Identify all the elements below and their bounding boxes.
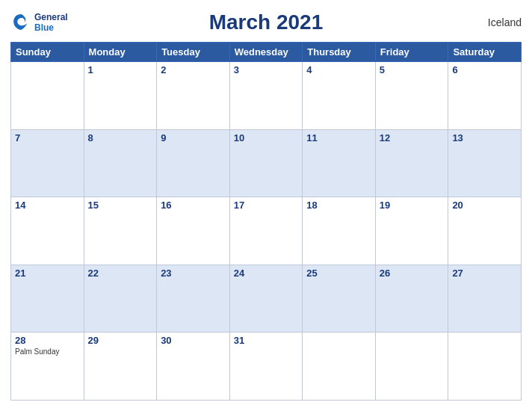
calendar-week-row: 14151617181920 — [11, 197, 522, 265]
calendar-cell: 27 — [448, 265, 522, 333]
calendar-header: General Blue March 2021 Iceland — [10, 7, 522, 37]
header-thursday: Thursday — [303, 43, 376, 62]
day-number: 23 — [161, 268, 226, 279]
header-tuesday: Tuesday — [157, 43, 230, 62]
day-number: 30 — [161, 335, 226, 346]
calendar-cell: 7 — [11, 129, 84, 197]
day-number: 29 — [88, 335, 153, 346]
calendar-cell: 1 — [84, 62, 157, 130]
day-number: 9 — [161, 132, 226, 143]
calendar-cell: 15 — [84, 197, 157, 265]
calendar-cell: 14 — [11, 197, 84, 265]
calendar-week-row: 21222324252627 — [11, 265, 522, 333]
day-number: 16 — [161, 200, 226, 211]
calendar-cell: 5 — [375, 62, 448, 130]
calendar-cell: 28Palm Sunday — [11, 333, 84, 401]
country-label: Iceland — [488, 16, 522, 28]
calendar-cell: 10 — [229, 129, 303, 197]
logo: General Blue — [10, 12, 68, 34]
day-number: 12 — [380, 132, 445, 143]
calendar-cell: 30 — [157, 333, 230, 401]
calendar-cell: 16 — [157, 197, 230, 265]
calendar-cell: 12 — [375, 129, 448, 197]
calendar-cell: 4 — [303, 62, 376, 130]
day-number: 7 — [15, 132, 80, 143]
calendar-cell — [448, 333, 522, 401]
calendar-cell: 22 — [84, 265, 157, 333]
calendar-cell: 20 — [448, 197, 522, 265]
calendar-cell: 6 — [448, 62, 522, 130]
day-number: 17 — [234, 200, 299, 211]
day-number: 18 — [306, 200, 371, 211]
calendar-cell: 17 — [229, 197, 303, 265]
calendar-cell — [303, 333, 376, 401]
day-event: Palm Sunday — [15, 347, 80, 356]
day-number: 1 — [88, 64, 153, 75]
day-number: 6 — [452, 64, 517, 75]
header-friday: Friday — [375, 43, 448, 62]
day-number: 28 — [15, 335, 80, 346]
calendar-title: March 2021 — [209, 10, 324, 34]
calendar-cell: 24 — [229, 265, 303, 333]
calendar-table: Sunday Monday Tuesday Wednesday Thursday… — [10, 42, 522, 401]
calendar-cell: 9 — [157, 129, 230, 197]
logo-icon — [10, 12, 31, 33]
calendar-cell: 25 — [303, 265, 376, 333]
day-number: 21 — [15, 268, 80, 279]
header-monday: Monday — [84, 43, 157, 62]
header-saturday: Saturday — [448, 43, 522, 62]
weekday-header-row: Sunday Monday Tuesday Wednesday Thursday… — [11, 43, 522, 62]
day-number: 20 — [452, 200, 517, 211]
day-number: 15 — [88, 200, 153, 211]
calendar-cell — [11, 62, 84, 130]
day-number: 5 — [380, 64, 445, 75]
day-number: 31 — [234, 335, 299, 346]
day-number: 10 — [234, 132, 299, 143]
calendar-cell: 18 — [303, 197, 376, 265]
day-number: 3 — [234, 64, 299, 75]
calendar-week-row: 28Palm Sunday293031 — [11, 333, 522, 401]
day-number: 2 — [161, 64, 226, 75]
calendar-week-row: 78910111213 — [11, 129, 522, 197]
calendar-cell: 2 — [157, 62, 230, 130]
day-number: 22 — [88, 268, 153, 279]
calendar-cell: 11 — [303, 129, 376, 197]
calendar-cell: 21 — [11, 265, 84, 333]
calendar-cell: 29 — [84, 333, 157, 401]
calendar-cell: 8 — [84, 129, 157, 197]
day-number: 26 — [380, 268, 445, 279]
calendar-cell — [375, 333, 448, 401]
calendar-cell: 26 — [375, 265, 448, 333]
calendar-cell: 31 — [229, 333, 303, 401]
day-number: 27 — [452, 268, 517, 279]
day-number: 25 — [306, 268, 371, 279]
calendar-container: General Blue March 2021 Iceland Sunday M… — [0, 0, 532, 411]
day-number: 4 — [306, 64, 371, 75]
day-number: 19 — [380, 200, 445, 211]
day-number: 11 — [306, 132, 371, 143]
header-sunday: Sunday — [11, 43, 84, 62]
day-number: 8 — [88, 132, 153, 143]
calendar-week-row: 123456 — [11, 62, 522, 130]
calendar-cell: 23 — [157, 265, 230, 333]
calendar-cell: 13 — [448, 129, 522, 197]
day-number: 13 — [452, 132, 517, 143]
day-number: 14 — [15, 200, 80, 211]
calendar-cell: 3 — [229, 62, 303, 130]
logo-general: General — [34, 12, 68, 22]
logo-blue: Blue — [34, 22, 68, 33]
day-number: 24 — [234, 268, 299, 279]
calendar-cell: 19 — [375, 197, 448, 265]
header-wednesday: Wednesday — [229, 43, 303, 62]
